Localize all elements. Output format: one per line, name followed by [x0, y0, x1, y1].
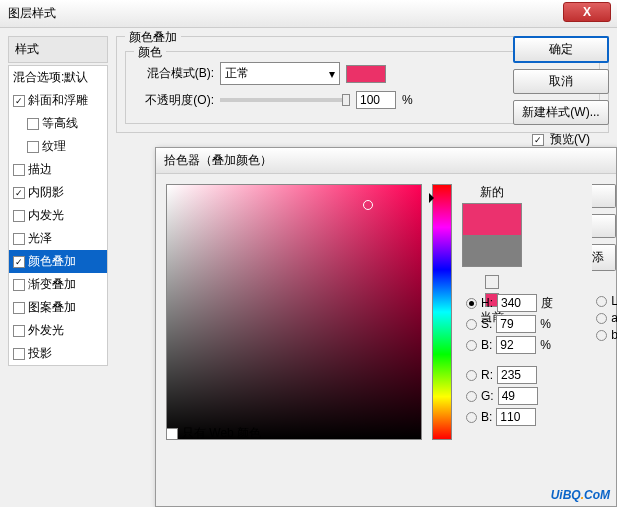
style-label: 光泽: [28, 230, 52, 247]
style-checkbox[interactable]: [27, 141, 39, 153]
style-label: 内阴影: [28, 184, 64, 201]
radio-b[interactable]: [466, 340, 477, 351]
color-value-inputs: H:度 S:% B:% R: G: B:: [466, 294, 553, 426]
style-item-2[interactable]: 纹理: [9, 135, 107, 158]
style-item-3[interactable]: 描边: [9, 158, 107, 181]
radio-bl[interactable]: [466, 412, 477, 423]
style-label: 等高线: [42, 115, 78, 132]
r-input[interactable]: [497, 366, 537, 384]
blend-options-item[interactable]: 混合选项:默认: [9, 66, 107, 89]
style-checkbox[interactable]: [13, 302, 25, 314]
close-button[interactable]: X: [563, 2, 611, 22]
picker-cancel-button[interactable]: [592, 214, 616, 238]
blend-mode-label: 混合模式(B):: [134, 65, 214, 82]
styles-sidebar: 样式 混合选项:默认 斜面和浮雕等高线纹理描边内阴影内发光光泽颜色叠加渐变叠加图…: [8, 36, 108, 499]
style-checkbox[interactable]: [13, 233, 25, 245]
style-item-10[interactable]: 外发光: [9, 319, 107, 342]
overlay-color-swatch[interactable]: [346, 65, 386, 83]
ok-button[interactable]: 确定: [513, 36, 609, 63]
style-checkbox[interactable]: [13, 256, 25, 268]
preview-current-color: [463, 235, 521, 266]
web-only-row: 只有 Web 颜色: [166, 425, 261, 442]
blend-mode-combo[interactable]: 正常 ▾: [220, 62, 340, 85]
cancel-button[interactable]: 取消: [513, 69, 609, 94]
sidebar-header: 样式: [8, 36, 108, 63]
opacity-unit: %: [402, 93, 413, 107]
preview-label: 预览(V): [550, 131, 590, 148]
style-label: 颜色叠加: [28, 253, 76, 270]
hue-slider[interactable]: [432, 184, 452, 440]
web-only-label: 只有 Web 颜色: [182, 425, 261, 442]
style-item-11[interactable]: 投影: [9, 342, 107, 365]
radio-g[interactable]: [466, 391, 477, 402]
style-item-4[interactable]: 内阴影: [9, 181, 107, 204]
b-input[interactable]: [496, 336, 536, 354]
style-checkbox[interactable]: [27, 118, 39, 130]
watermark: UiBQ.CoM: [551, 481, 610, 504]
title-bar: 图层样式 X: [0, 0, 617, 28]
h-input[interactable]: [497, 294, 537, 312]
new-style-button[interactable]: 新建样式(W)...: [513, 100, 609, 125]
style-label: 纹理: [42, 138, 66, 155]
style-checkbox[interactable]: [13, 164, 25, 176]
sv-cursor: [363, 200, 373, 210]
opacity-input[interactable]: [356, 91, 396, 109]
style-checkbox[interactable]: [13, 95, 25, 107]
opacity-label: 不透明度(O):: [134, 92, 214, 109]
style-checkbox[interactable]: [13, 187, 25, 199]
s-input[interactable]: [496, 315, 536, 333]
picker-ok-button[interactable]: [592, 184, 616, 208]
style-label: 斜面和浮雕: [28, 92, 88, 109]
opacity-slider[interactable]: [220, 98, 350, 102]
style-item-7[interactable]: 颜色叠加: [9, 250, 107, 273]
web-only-checkbox[interactable]: [166, 428, 178, 440]
style-list: 混合选项:默认 斜面和浮雕等高线纹理描边内阴影内发光光泽颜色叠加渐变叠加图案叠加…: [8, 65, 108, 366]
picker-add-button[interactable]: 添: [592, 244, 616, 271]
preview-checkbox[interactable]: [532, 134, 544, 146]
radio-a[interactable]: [596, 313, 607, 324]
style-checkbox[interactable]: [13, 279, 25, 291]
radio-l[interactable]: [596, 296, 607, 307]
radio-s[interactable]: [466, 319, 477, 330]
color-picker-title: 拾色器（叠加颜色）: [156, 148, 616, 174]
dialog-buttons: 确定 取消 新建样式(W)... 预览(V): [513, 36, 609, 154]
bl-input[interactable]: [496, 408, 536, 426]
g-input[interactable]: [498, 387, 538, 405]
preview-new-color: [463, 204, 521, 235]
style-item-0[interactable]: 斜面和浮雕: [9, 89, 107, 112]
style-label: 投影: [28, 345, 52, 362]
picker-buttons: 添: [592, 184, 616, 271]
color-picker-window: 拾色器（叠加颜色） 新的 当前 添 H:度 S:%: [155, 147, 617, 507]
style-label: 描边: [28, 161, 52, 178]
style-item-8[interactable]: 渐变叠加: [9, 273, 107, 296]
radio-r[interactable]: [466, 370, 477, 381]
style-label: 渐变叠加: [28, 276, 76, 293]
style-item-6[interactable]: 光泽: [9, 227, 107, 250]
cube-icon: [485, 275, 499, 289]
style-item-5[interactable]: 内发光: [9, 204, 107, 227]
style-label: 内发光: [28, 207, 64, 224]
sv-field[interactable]: [166, 184, 422, 440]
lab-radios: L a b: [596, 294, 617, 342]
chevron-down-icon: ▾: [329, 67, 335, 81]
style-checkbox[interactable]: [13, 325, 25, 337]
radio-lb[interactable]: [596, 330, 607, 341]
style-checkbox[interactable]: [13, 210, 25, 222]
window-title: 图层样式: [8, 5, 609, 22]
new-label: 新的: [480, 184, 504, 201]
hue-thumb: [429, 193, 434, 203]
style-item-1[interactable]: 等高线: [9, 112, 107, 135]
style-label: 图案叠加: [28, 299, 76, 316]
style-checkbox[interactable]: [13, 348, 25, 360]
style-item-9[interactable]: 图案叠加: [9, 296, 107, 319]
color-group-title: 颜色: [134, 44, 166, 61]
style-label: 外发光: [28, 322, 64, 339]
radio-h[interactable]: [466, 298, 477, 309]
